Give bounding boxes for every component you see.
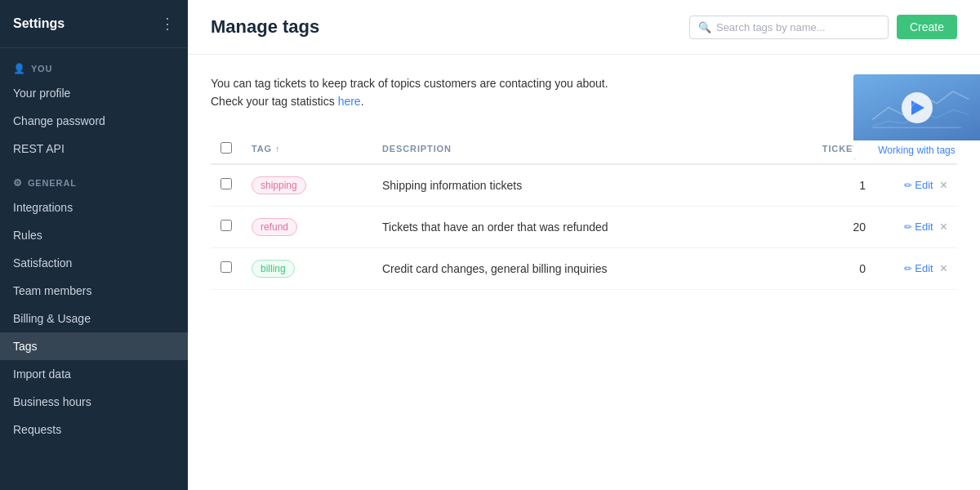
delete-button-shipping[interactable]: ×	[940, 179, 947, 192]
content-area: You can tag tickets to keep track of top…	[188, 55, 980, 490]
edit-button-refund[interactable]: ✏ Edit	[904, 220, 933, 233]
tickets-cell-refund: 20	[794, 206, 875, 247]
sidebar-item-rest-api[interactable]: REST API	[0, 135, 188, 163]
tag-badge-shipping: shipping	[252, 176, 306, 194]
edit-button-shipping[interactable]: ✏ Edit	[904, 179, 933, 191]
video-label: Working with tags	[853, 140, 980, 160]
table-header-row: TAG ↑ DESCRIPTION TICKETS	[211, 134, 957, 164]
row-checkbox-cell	[211, 164, 242, 207]
actions-cell-billing: ✏ Edit ×	[875, 247, 957, 289]
tag-table-body: shipping Shipping information tickets 1 …	[211, 164, 957, 290]
delete-button-billing[interactable]: ×	[940, 262, 947, 275]
select-all-checkbox[interactable]	[220, 142, 232, 154]
sidebar-title: Settings	[13, 16, 65, 31]
sidebar-item-satisfaction[interactable]: Satisfaction	[0, 249, 188, 277]
user-icon: 👤	[13, 63, 26, 74]
sidebar-section-you: 👤 YOU	[0, 48, 188, 79]
tag-cell-billing: billing	[242, 247, 372, 289]
search-input[interactable]	[716, 21, 880, 33]
row-checkbox-cell	[211, 206, 242, 247]
row-actions-refund: ✏ Edit ×	[885, 220, 947, 234]
col-description-header: DESCRIPTION	[372, 134, 794, 164]
tag-cell-shipping: shipping	[242, 164, 372, 207]
row-checkbox-shipping[interactable]	[220, 178, 232, 189]
row-checkbox-cell	[211, 247, 242, 289]
create-tag-button[interactable]: Create	[897, 15, 957, 39]
actions-cell-refund: ✏ Edit ×	[875, 206, 957, 247]
row-actions-shipping: ✏ Edit ×	[885, 179, 947, 192]
sidebar-item-change-password[interactable]: Change password	[0, 107, 188, 135]
sidebar-item-billing-usage[interactable]: Billing & Usage	[0, 305, 188, 332]
row-checkbox-billing[interactable]	[220, 261, 232, 273]
video-thumbnail[interactable]: Working with tags	[853, 74, 980, 160]
tag-cell-refund: refund	[242, 206, 372, 247]
intro-text: You can tag tickets to keep track of top…	[211, 74, 815, 111]
edit-button-billing[interactable]: ✏ Edit	[904, 262, 933, 274]
pencil-icon: ✏	[904, 221, 912, 233]
tag-badge-refund: refund	[252, 218, 297, 236]
sidebar-item-team-members[interactable]: Team members	[0, 277, 188, 305]
search-box: 🔍	[689, 16, 889, 39]
sidebar-general-section: ⚙ GENERAL Integrations Rules Satisfactio…	[0, 163, 188, 443]
delete-button-refund[interactable]: ×	[940, 220, 947, 234]
tickets-cell-billing: 0	[794, 247, 875, 289]
pencil-icon: ✏	[904, 263, 912, 274]
sidebar-item-requests[interactable]: Requests	[0, 416, 188, 443]
sidebar-section-general: ⚙ GENERAL	[0, 163, 188, 194]
sidebar-item-tags[interactable]: Tags	[0, 332, 188, 360]
sidebar: Settings ⋮ 👤 YOU Your profile Change pas…	[0, 0, 188, 490]
main-header: Manage tags 🔍 Create	[188, 0, 980, 55]
sidebar-item-integrations[interactable]: Integrations	[0, 194, 188, 221]
sidebar-item-your-profile[interactable]: Your profile	[0, 79, 188, 107]
sidebar-more-options[interactable]: ⋮	[160, 15, 175, 33]
table-row: billing Credit card changes, general bil…	[211, 247, 957, 289]
search-icon: 🔍	[698, 21, 711, 33]
sidebar-header: Settings ⋮	[0, 0, 188, 48]
sidebar-item-business-hours[interactable]: Business hours	[0, 388, 188, 416]
description-cell-refund: Tickets that have an order that was refu…	[372, 206, 794, 247]
header-actions: 🔍 Create	[689, 15, 957, 39]
col-tag-header[interactable]: TAG ↑	[242, 134, 372, 164]
actions-cell-shipping: ✏ Edit ×	[875, 164, 957, 207]
sidebar-item-rules[interactable]: Rules	[0, 221, 188, 249]
chart-decoration	[858, 79, 975, 136]
tags-table: TAG ↑ DESCRIPTION TICKETS shipping Shipp…	[211, 134, 957, 290]
description-cell-shipping: Shipping information tickets	[372, 164, 794, 207]
video-preview-image	[853, 74, 980, 140]
tag-badge-billing: billing	[252, 260, 295, 278]
pencil-icon: ✏	[904, 180, 912, 191]
sidebar-item-import-data[interactable]: Import data	[0, 360, 188, 388]
main-area: Manage tags 🔍 Create You can tag tickets…	[188, 0, 980, 490]
page-title: Manage tags	[211, 16, 319, 38]
row-actions-billing: ✏ Edit ×	[885, 262, 947, 275]
description-cell-billing: Credit card changes, general billing inq…	[372, 247, 794, 289]
sidebar-you-section: 👤 YOU Your profile Change password REST …	[0, 48, 188, 163]
table-row: refund Tickets that have an order that w…	[211, 206, 957, 247]
col-checkbox	[211, 134, 242, 164]
gear-icon: ⚙	[13, 177, 23, 189]
row-checkbox-refund[interactable]	[220, 220, 232, 231]
tickets-cell-shipping: 1	[794, 164, 875, 207]
tag-stats-link[interactable]: here	[338, 95, 361, 108]
table-row: shipping Shipping information tickets 1 …	[211, 164, 957, 207]
